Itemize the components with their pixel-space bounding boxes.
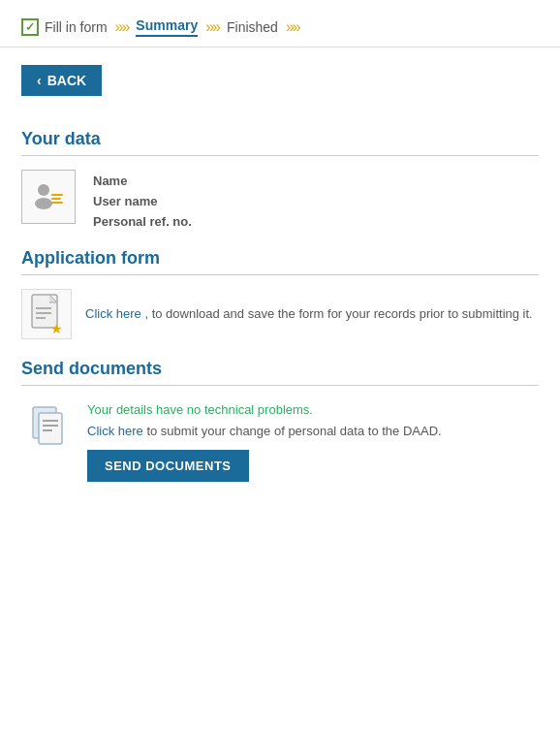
submit-suffix: to submit your change of personal data t… [143,424,442,438]
user-icon-box [21,170,76,224]
application-form-row: ★ Click here , to download and save the … [21,289,539,339]
submit-link[interactable]: Click here [87,424,143,438]
username-label: User name [93,194,192,208]
app-form-text: Click here , to download and save the fo… [85,304,533,324]
send-documents-section: Send documents Your details have no [21,359,539,482]
double-document-icon [23,401,72,450]
send-doc-row: Your details have no technical problems.… [21,399,539,482]
name-label: Name [93,174,192,188]
step-arrows-3: »» [286,18,299,36]
step1-label: Fill in form [45,19,108,35]
double-doc-icon-box [21,399,74,452]
application-form-divider [21,274,539,275]
user-fields: Name User name Personal ref. no. [93,170,192,229]
user-icon [30,178,67,215]
svg-rect-4 [51,202,63,204]
app-form-description: , to download and save the form for your… [141,306,533,321]
svg-text:★: ★ [50,321,63,335]
back-button[interactable]: ‹ BACK [21,65,102,96]
svg-rect-3 [51,198,61,200]
send-documents-title: Send documents [21,359,539,379]
step-arrows-1: »» [115,18,129,36]
send-documents-divider [21,385,539,386]
send-documents-label: SEND DOCUMENTS [105,459,232,473]
step-finished[interactable]: Finished [227,19,278,35]
main-content: ‹ BACK Your data Name Use [0,48,560,509]
step-fill-in-form[interactable]: Fill in form [21,18,108,36]
user-card: Name User name Personal ref. no. [21,170,539,229]
send-documents-button[interactable]: SEND DOCUMENTS [87,450,249,482]
stepper: Fill in form »» Summary »» Finished »» [0,0,560,48]
document-star-icon: ★ [28,293,65,335]
your-data-divider [21,155,539,156]
svg-point-0 [38,184,49,196]
your-data-section: Your data Name User name Personal r [21,129,539,229]
step-arrows-2: »» [205,18,219,36]
svg-rect-2 [51,194,63,196]
application-form-title: Application form [21,248,539,269]
personal-ref-label: Personal ref. no. [93,214,192,229]
send-doc-text-container: Your details have no technical problems.… [87,399,442,482]
svg-point-1 [35,198,52,209]
step1-checkbox [21,18,39,36]
svg-rect-11 [39,413,62,444]
your-data-title: Your data [21,129,539,149]
step3-label: Finished [227,19,278,35]
back-arrow-icon: ‹ [37,73,42,88]
step-summary[interactable]: Summary [136,17,198,37]
step2-label: Summary [136,17,198,33]
app-form-icon-box: ★ [21,289,72,339]
download-form-link[interactable]: Click here [85,306,141,321]
no-problems-text: Your details have no technical problems. [87,402,313,417]
back-button-label: BACK [47,73,86,88]
application-form-section: Application form ★ Click h [21,248,539,339]
